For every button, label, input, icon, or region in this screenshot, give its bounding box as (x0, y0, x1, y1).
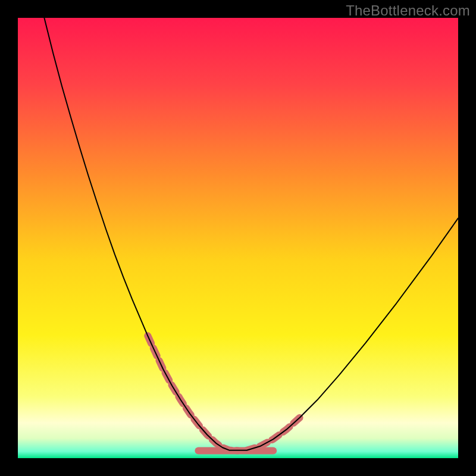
gradient-background (18, 18, 458, 458)
chart-frame: TheBottleneck.com (0, 0, 476, 476)
chart-svg (18, 18, 458, 458)
watermark-text: TheBottleneck.com (346, 2, 470, 19)
plot-area (18, 18, 458, 458)
